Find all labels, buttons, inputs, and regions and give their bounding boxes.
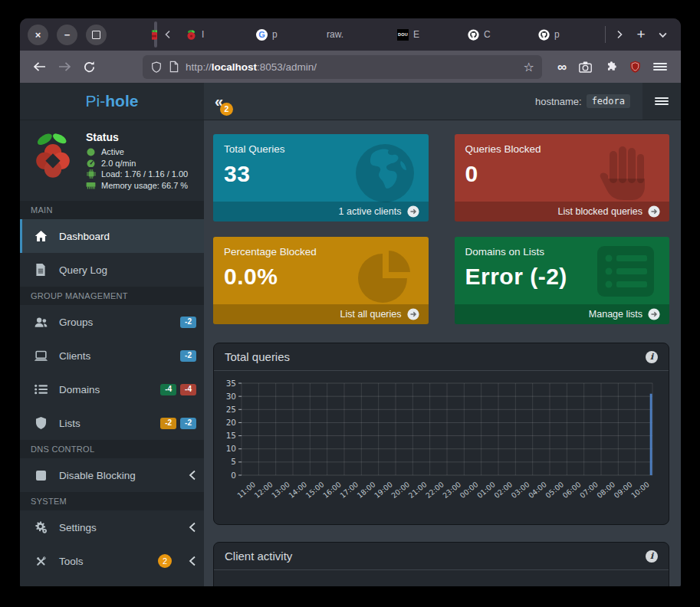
svg-text:20:00: 20:00 bbox=[389, 480, 411, 500]
card-value: 33 bbox=[224, 161, 418, 187]
card-link-blocked-queries[interactable]: List blocked queries bbox=[455, 202, 670, 221]
section-label-group-management: GROUP MANAGEMENT bbox=[20, 287, 204, 305]
page-header: Pi-hole « 2 hostname: fedora bbox=[20, 83, 681, 120]
browser-menu-button[interactable] bbox=[653, 61, 667, 73]
svg-text:18:00: 18:00 bbox=[356, 480, 377, 500]
total-queries-panel: Total queries i 0510152025303511:0012:00… bbox=[213, 343, 669, 525]
card-title: Total Queries bbox=[224, 143, 418, 155]
forward-icon bbox=[58, 61, 71, 72]
svg-text:22:00: 22:00 bbox=[424, 480, 445, 500]
users-icon bbox=[34, 317, 48, 328]
new-tab-button[interactable]: + bbox=[630, 23, 652, 46]
sidebar-item-disable-blocking[interactable]: Disable Blocking bbox=[20, 458, 204, 492]
status-panel: Status Active 2.0 q/min Load: 1.76 / 1.1… bbox=[20, 120, 204, 201]
ublock-origin-icon[interactable] bbox=[629, 60, 642, 74]
panel-header: Client activity i bbox=[214, 543, 669, 570]
reload-button[interactable] bbox=[78, 56, 100, 77]
google-favicon: G bbox=[256, 29, 268, 41]
svg-text:01:00: 01:00 bbox=[475, 480, 497, 500]
window-close-button[interactable]: × bbox=[28, 25, 48, 45]
forward-button[interactable] bbox=[54, 56, 75, 77]
clients-badge: -2 bbox=[180, 350, 196, 362]
arrow-circle-icon bbox=[407, 205, 419, 218]
sidebar-item-domains[interactable]: Domains -4 -4 bbox=[20, 372, 204, 406]
card-queries-blocked: Queries Blocked 0 List blocked queries bbox=[455, 134, 670, 221]
sidebar-item-dashboard[interactable]: Dashboard bbox=[20, 219, 204, 253]
card-value: Error (-2) bbox=[465, 264, 659, 290]
section-label-main: MAIN bbox=[20, 201, 204, 219]
page-menu-button[interactable] bbox=[642, 83, 681, 120]
bookmark-star-icon[interactable]: ☆ bbox=[524, 60, 534, 74]
status-title: Status bbox=[86, 131, 188, 143]
sidebar-collapse-button[interactable]: « 2 bbox=[215, 94, 223, 109]
panel-body: 0510152025303511:0012:0013:0014:0015:001… bbox=[214, 371, 669, 524]
sidebar-item-lists[interactable]: Lists -2 -2 bbox=[20, 406, 204, 440]
arrow-circle-icon bbox=[648, 308, 660, 320]
tab-label: p bbox=[272, 29, 278, 40]
tracking-protection-shield-icon bbox=[150, 61, 163, 74]
list-all-tabs-button[interactable] bbox=[652, 23, 673, 46]
tab-raw[interactable]: raw. bbox=[320, 21, 390, 48]
svg-text:00:00: 00:00 bbox=[458, 480, 480, 500]
svg-text:23:00: 23:00 bbox=[441, 480, 462, 500]
card-title: Queries Blocked bbox=[465, 143, 659, 155]
extensions-puzzle-icon[interactable] bbox=[604, 61, 617, 74]
hostname: hostname: fedora bbox=[535, 94, 630, 108]
tab-pihole-docs[interactable]: I bbox=[179, 21, 249, 48]
stop-icon bbox=[36, 471, 46, 481]
tab-github-1[interactable]: C bbox=[461, 21, 531, 48]
status-row-rate: 2.0 q/min bbox=[86, 159, 188, 168]
svg-text:12:00: 12:00 bbox=[253, 480, 274, 500]
section-label-dns-control: DNS CONTROL bbox=[20, 440, 204, 458]
svg-text:16:00: 16:00 bbox=[321, 480, 343, 500]
gears-icon bbox=[33, 521, 48, 534]
hamburger-icon bbox=[655, 96, 669, 107]
scroll-tabs-right-button[interactable] bbox=[609, 23, 630, 46]
svg-text:25: 25 bbox=[226, 405, 236, 414]
svg-text:03:00: 03:00 bbox=[510, 480, 531, 500]
extension-infinity-icon[interactable]: ∞ bbox=[557, 61, 567, 74]
maximize-icon bbox=[92, 31, 100, 39]
chevron-right-icon bbox=[615, 30, 624, 39]
screenshot-camera-icon[interactable] bbox=[578, 61, 593, 74]
pihole-brand[interactable]: Pi-hole bbox=[20, 83, 204, 120]
sidebar-item-clients[interactable]: Clients -2 bbox=[20, 339, 204, 372]
chevron-left-icon bbox=[163, 30, 173, 39]
svg-text:09:00: 09:00 bbox=[613, 480, 634, 500]
status-row-memory: Memory usage: 66.7 % bbox=[86, 181, 188, 190]
svg-text:21:00: 21:00 bbox=[407, 480, 429, 500]
page-info-icon[interactable] bbox=[169, 61, 179, 73]
memory-icon bbox=[86, 182, 96, 189]
window-maximize-button[interactable] bbox=[86, 25, 107, 45]
info-icon[interactable]: i bbox=[646, 351, 658, 363]
sidebar-item-query-log[interactable]: Query Log bbox=[20, 253, 204, 287]
status-row-active: Active bbox=[86, 147, 188, 156]
card-link-all-queries[interactable]: List all queries bbox=[213, 304, 429, 324]
tab-label: C bbox=[484, 29, 491, 40]
card-total-queries: Total Queries 33 1 active clients bbox=[213, 134, 429, 221]
tab-label: raw. bbox=[327, 29, 343, 40]
back-button[interactable] bbox=[29, 56, 51, 77]
sidebar-item-settings[interactable]: Settings bbox=[20, 510, 204, 544]
tab-github-2[interactable]: p bbox=[531, 21, 602, 48]
svg-text:15: 15 bbox=[226, 431, 236, 440]
info-icon[interactable]: i bbox=[646, 550, 658, 563]
tab-dou[interactable]: DOU E bbox=[390, 21, 461, 48]
card-percentage-blocked: Percentage Blocked 0.0% List all queries bbox=[213, 237, 429, 324]
status-row-load: Load: 1.76 / 1.16 / 1.00 bbox=[86, 169, 188, 179]
total-queries-chart: 0510152025303511:0012:0013:0014:0015:001… bbox=[219, 377, 662, 520]
scroll-tabs-left-button[interactable] bbox=[157, 23, 179, 46]
window-minimize-button[interactable]: − bbox=[57, 25, 77, 45]
card-link-manage-lists[interactable]: Manage lists bbox=[455, 304, 670, 324]
card-link-active-clients[interactable]: 1 active clients bbox=[213, 202, 429, 221]
url-bar[interactable]: http://localhost:8053/admin/ ☆ bbox=[143, 55, 542, 79]
sidebar-item-groups[interactable]: Groups -2 bbox=[20, 305, 204, 339]
tab-google[interactable]: G p bbox=[249, 21, 320, 48]
domains-allow-badge: -4 bbox=[160, 384, 176, 395]
reload-icon bbox=[83, 61, 96, 74]
card-title: Percentage Blocked bbox=[224, 246, 418, 258]
sidebar-item-tools[interactable]: Tools 2 bbox=[20, 544, 204, 578]
tools-icon bbox=[35, 555, 48, 568]
update-count-badge: 2 bbox=[220, 103, 233, 116]
toolbar-extensions: ∞ bbox=[553, 60, 672, 74]
